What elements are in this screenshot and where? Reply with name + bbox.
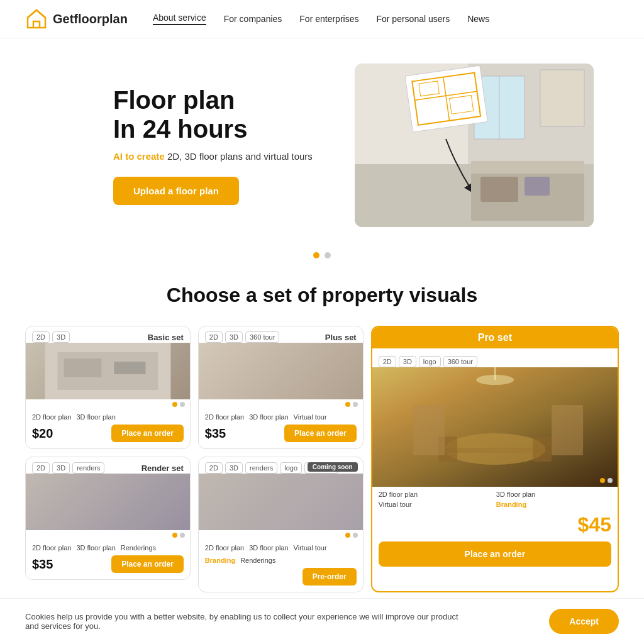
basic-footer: 2D floor plan 3D floor plan $20 Place an… <box>26 409 190 448</box>
basic-feat-1: 2D floor plan <box>32 413 71 421</box>
svg-rect-5 <box>540 70 584 126</box>
pro-footer: 2D floor plan 3D floor plan Virtual tour… <box>372 487 618 573</box>
dot-2[interactable] <box>325 252 331 258</box>
plus-order-button[interactable]: Place an order <box>284 425 357 442</box>
cs-tag-renders: renders <box>245 462 277 474</box>
section-title: Choose a set of property visuals <box>25 284 619 307</box>
cookie-text: Cookies help us provide you with a bette… <box>25 612 465 631</box>
plus-header: 2D 3D 360 tour Plus set <box>199 326 363 343</box>
cs-tag-3d: 3D <box>225 462 243 474</box>
basic-tags: 2D 3D <box>32 331 70 343</box>
cs-feat-1: 2D floor plan <box>205 544 244 552</box>
hero-section: Floor plan In 24 hours AI to create 2D, … <box>0 38 644 240</box>
basic-floor-plan-img <box>26 343 190 399</box>
basic-dot-1 <box>172 402 177 407</box>
render-tags: 2D 3D renders <box>32 462 104 474</box>
coming-soon-card-image <box>199 474 363 530</box>
svg-rect-14 <box>480 177 518 202</box>
logo-text: Getfloorplan <box>53 12 128 26</box>
pro-price-row: $45 <box>379 513 611 536</box>
cs-features: 2D floor plan 3D floor plan Virtual tour… <box>205 544 357 564</box>
plus-feat-2: 3D floor plan <box>249 413 288 421</box>
pro-feat-4: Branding <box>496 501 611 508</box>
plus-feat-3: Virtual tour <box>294 413 327 421</box>
nav-personal[interactable]: For personal users <box>376 14 450 24</box>
cs-img-dots <box>199 530 363 540</box>
plus-tag-360: 360 tour <box>245 331 279 343</box>
render-dot-2 <box>180 533 185 538</box>
pro-tags: 2D 3D logo 360 tour <box>379 356 477 367</box>
render-set-label: Render set <box>142 464 184 473</box>
dot-1[interactable] <box>313 252 319 258</box>
hero-subtitle: AI to create 2D, 3D floor plans and virt… <box>113 151 313 162</box>
basic-price-row: $20 Place an order <box>32 425 184 442</box>
nav-companies[interactable]: For companies <box>224 14 282 24</box>
middle-column: 2D 3D 360 tour Plus set 2D floor plan 3D… <box>198 326 364 592</box>
cs-feat-2: 3D floor plan <box>249 544 288 552</box>
render-card-image <box>26 474 190 530</box>
basic-feat-2: 3D floor plan <box>76 413 115 421</box>
pro-img-dots <box>600 478 613 483</box>
cards-section: Choose a set of property visuals 2D 3D B… <box>0 284 644 618</box>
cards-grid: 2D 3D Basic set <box>25 326 619 592</box>
cs-feat-3: Virtual tour <box>294 544 327 552</box>
render-features: 2D floor plan 3D floor plan Renderings <box>32 544 184 552</box>
render-tag-2d: 2D <box>32 462 50 474</box>
hero-image <box>355 64 594 227</box>
basic-card-image <box>26 343 190 399</box>
render-feat-3: Renderings <box>121 544 156 552</box>
pro-feat-3: Virtual tour <box>379 501 494 508</box>
card-render: 2D 3D renders Render set 2D floor plan 3… <box>25 457 191 580</box>
svg-rect-19 <box>114 362 145 374</box>
coming-soon-badge: Coming soon <box>308 462 358 472</box>
upload-floor-plan-button[interactable]: Upload a floor plan <box>113 177 239 205</box>
nav-links: About service For companies For enterpri… <box>153 13 489 25</box>
plus-feat-1: 2D floor plan <box>205 413 244 421</box>
render-footer: 2D floor plan 3D floor plan Renderings $… <box>26 540 190 579</box>
plus-tag-2d: 2D <box>205 331 223 343</box>
svg-rect-28 <box>552 405 583 455</box>
render-dot-1 <box>172 533 177 538</box>
basic-features: 2D floor plan 3D floor plan <box>32 413 184 421</box>
left-column: 2D 3D Basic set <box>25 326 191 592</box>
plus-set-label: Plus set <box>325 333 357 342</box>
card-pro: Pro set 2D 3D logo 360 tour <box>371 326 619 592</box>
plus-dot-2 <box>353 402 358 407</box>
render-img-dots <box>26 530 190 540</box>
cookie-accept-button[interactable]: Accept <box>549 609 619 634</box>
render-order-button[interactable]: Place an order <box>111 555 184 573</box>
plus-footer: 2D floor plan 3D floor plan Virtual tour… <box>199 409 363 448</box>
svg-rect-27 <box>413 405 445 455</box>
nav-news[interactable]: News <box>467 14 489 24</box>
pro-kitchen-illustration <box>372 367 618 487</box>
coming-soon-preorder-button[interactable]: Pre-order <box>303 568 357 586</box>
basic-price: $20 <box>32 426 53 441</box>
navbar: Getfloorplan About service For companies… <box>0 0 644 38</box>
tag-3d: 3D <box>52 331 70 343</box>
nav-enterprises[interactable]: For enterprises <box>299 14 358 24</box>
hero-illustration <box>355 64 594 227</box>
plus-img-dots <box>199 399 363 409</box>
basic-img-dots <box>26 399 190 409</box>
tag-2d: 2D <box>32 331 50 343</box>
plus-price: $35 <box>205 426 226 441</box>
basic-order-button[interactable]: Place an order <box>111 425 184 442</box>
card-plus: 2D 3D 360 tour Plus set 2D floor plan 3D… <box>198 326 364 449</box>
pro-card-image <box>372 367 618 487</box>
pro-order-button[interactable]: Place an order <box>379 541 611 567</box>
pro-tag-3d: 3D <box>399 356 416 367</box>
pro-feat-1: 2D floor plan <box>379 491 494 498</box>
pro-feat-2: 3D floor plan <box>496 491 611 498</box>
logo-link[interactable]: Getfloorplan <box>25 8 128 30</box>
cookie-bar: Cookies help us provide you with a bette… <box>0 598 644 644</box>
nav-about[interactable]: About service <box>153 13 206 25</box>
plus-card-image <box>199 343 363 399</box>
cs-dot-1 <box>345 533 350 538</box>
basic-dot-2 <box>180 402 185 407</box>
render-price-row: $35 Place an order <box>32 555 184 573</box>
plus-dot-1 <box>345 402 350 407</box>
hero-title: Floor plan In 24 hours <box>113 86 313 143</box>
svg-rect-24 <box>445 448 545 453</box>
pro-price: $45 <box>578 513 611 536</box>
plus-price-row: $35 Place an order <box>205 425 357 442</box>
